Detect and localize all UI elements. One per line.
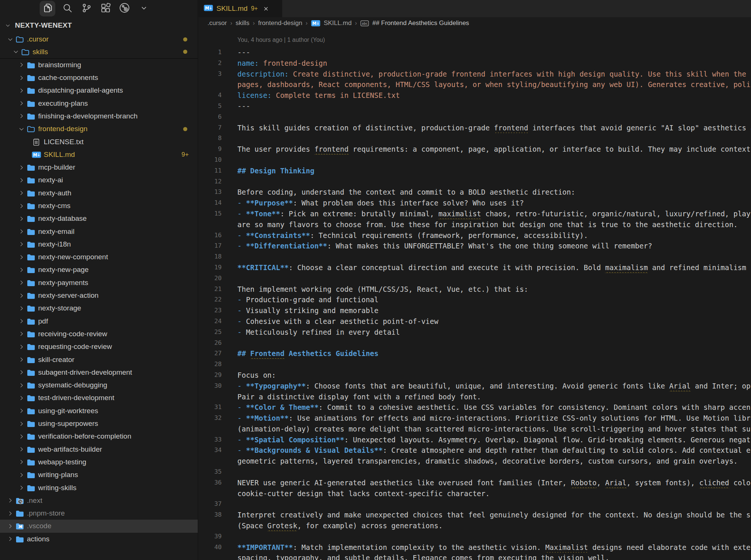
- chevron-right-sm-icon[interactable]: [16, 99, 26, 108]
- tree-item-mcp-builder[interactable]: mcp-builder: [0, 161, 198, 174]
- chevron-right-sm-icon[interactable]: [16, 291, 26, 300]
- chevron-right-sm-icon[interactable]: [16, 253, 26, 262]
- tree-item--next[interactable]: N.next: [0, 494, 198, 507]
- tree-item-requesting-code-review[interactable]: requesting-code-review: [0, 340, 198, 353]
- chevron-right-sm-icon[interactable]: [16, 483, 26, 492]
- code-viewport[interactable]: 1---2name: frontend-design3description: …: [198, 47, 751, 560]
- activity-chevron-down-button[interactable]: [136, 1, 152, 16]
- tree-item-skill-creator[interactable]: skill-creator: [0, 353, 198, 366]
- tree-item-label: subagent-driven-development: [38, 368, 132, 377]
- tree-item-writing-skills[interactable]: writing-skills: [0, 481, 198, 494]
- tree-item-nexty-email[interactable]: nexty-email: [0, 225, 198, 238]
- activity-source-control-button[interactable]: [79, 1, 94, 16]
- tree-item-nexty-i18n[interactable]: nexty-i18n: [0, 238, 198, 251]
- chevron-right-sm-icon[interactable]: [16, 393, 26, 402]
- tree-item-frontend-design[interactable]: frontend-design: [0, 123, 198, 135]
- tree-item-nexty-payments[interactable]: nexty-payments: [0, 276, 198, 289]
- line-number: 6: [198, 112, 222, 123]
- chevron-down-sm-icon[interactable]: [11, 47, 21, 56]
- activity-search-button[interactable]: [59, 1, 75, 16]
- tab-bar[interactable]: M↓ SKILL.md 9+: [198, 0, 751, 17]
- chevron-right-sm-icon[interactable]: [16, 445, 26, 454]
- tree-item-skills[interactable]: skills: [0, 46, 198, 58]
- tree-item-nexty-auth[interactable]: nexty-auth: [0, 187, 198, 199]
- tree-item-verification-before-completion[interactable]: verification-before-completion: [0, 430, 198, 443]
- tree-item-pdf[interactable]: pdf: [0, 315, 198, 328]
- chevron-right-sm-icon[interactable]: [16, 214, 26, 223]
- explorer-header[interactable]: NEXTY-WENEXT: [0, 19, 198, 32]
- tree-item-finishing-a-development-branch[interactable]: finishing-a-development-branch: [0, 110, 198, 123]
- tree-item-brainstorming[interactable]: brainstorming: [0, 59, 198, 71]
- chevron-right-sm-icon[interactable]: [16, 227, 26, 236]
- chevron-right-sm-icon[interactable]: [16, 419, 26, 428]
- activity-remote-agent-button[interactable]: [117, 1, 132, 16]
- chevron-right-sm-icon[interactable]: [16, 240, 26, 249]
- tab-skill-md[interactable]: M↓ SKILL.md 9+: [198, 0, 282, 17]
- tree-item--vscode[interactable]: .vscode: [0, 520, 198, 532]
- chevron-right-sm-icon[interactable]: [16, 61, 26, 69]
- chevron-right-sm-icon[interactable]: [16, 368, 26, 377]
- tree-item-test-driven-development[interactable]: test-driven-development: [0, 392, 198, 404]
- tree-item--pnpm-store[interactable]: .pnpm-store: [0, 507, 198, 520]
- tree-item-nexty-new-component[interactable]: nexty-new-component: [0, 251, 198, 263]
- chevron-right-sm-icon[interactable]: [16, 278, 26, 287]
- code-text: license: Complete terms in LICENSE.txt: [237, 90, 751, 101]
- tree-item-nexty-cms[interactable]: nexty-cms: [0, 199, 198, 212]
- chevron-right-sm-icon[interactable]: [16, 355, 26, 364]
- tree-item-systematic-debugging[interactable]: systematic-debugging: [0, 379, 198, 392]
- breadcrumb-segment[interactable]: SKILL.md: [324, 19, 352, 27]
- chevron-right-sm-icon[interactable]: [5, 496, 15, 505]
- close-icon[interactable]: [263, 6, 269, 12]
- breadcrumb-segment[interactable]: .cursor: [207, 19, 227, 27]
- chevron-right-sm-icon[interactable]: [16, 73, 26, 82]
- tree-item-webapp-testing[interactable]: webapp-testing: [0, 456, 198, 468]
- activity-extensions-button[interactable]: [98, 1, 113, 16]
- chevron-right-sm-icon[interactable]: [16, 317, 26, 326]
- tree-item-receiving-code-review[interactable]: receiving-code-review: [0, 328, 198, 340]
- tree-item-subagent-driven-development[interactable]: subagent-driven-development: [0, 366, 198, 379]
- chevron-right-sm-icon[interactable]: [5, 522, 15, 530]
- tree-item-using-superpowers[interactable]: using-superpowers: [0, 417, 198, 430]
- chevron-right-sm-icon[interactable]: [16, 86, 26, 95]
- tree-item-license-txt[interactable]: LICENSE.txt: [0, 135, 198, 148]
- tree-item-writing-plans[interactable]: writing-plans: [0, 468, 198, 481]
- tree-item-skill-md[interactable]: M↓SKILL.md9+: [0, 148, 198, 161]
- chevron-right-sm-icon[interactable]: [16, 112, 26, 121]
- chevron-right-sm-icon[interactable]: [16, 163, 26, 172]
- chevron-right-sm-icon[interactable]: [16, 201, 26, 210]
- breadcrumb-segment[interactable]: skills: [236, 19, 249, 27]
- tree-item-using-git-worktrees[interactable]: using-git-worktrees: [0, 405, 198, 417]
- tree-item-nexty-storage[interactable]: nexty-storage: [0, 302, 198, 315]
- folder-icon: [26, 253, 38, 262]
- chevron-right-sm-icon[interactable]: [16, 381, 26, 390]
- tree-item-actions[interactable]: actions: [0, 533, 198, 545]
- tree-item-nexty-database[interactable]: nexty-database: [0, 212, 198, 225]
- chevron-right-sm-icon[interactable]: [16, 470, 26, 479]
- breadcrumb-segment[interactable]: ## Frontend Aesthetics Guidelines: [372, 19, 469, 27]
- breadcrumb-segment[interactable]: frontend-design: [258, 19, 302, 27]
- tree-item-web-artifacts-builder[interactable]: web-artifacts-builder: [0, 443, 198, 456]
- chevron-right-sm-icon[interactable]: [16, 329, 26, 338]
- tree-item-executing-plans[interactable]: executing-plans: [0, 97, 198, 109]
- chevron-right-sm-icon[interactable]: [16, 265, 26, 274]
- tree-item-nexty-new-page[interactable]: nexty-new-page: [0, 263, 198, 276]
- chevron-right-sm-icon[interactable]: [16, 304, 26, 313]
- tree-item-label: nexty-cms: [38, 202, 71, 210]
- chevron-right-sm-icon[interactable]: [5, 509, 15, 518]
- tree-item-cache-components[interactable]: cache-components: [0, 71, 198, 84]
- tree-item-nexty-server-action[interactable]: nexty-server-action: [0, 289, 198, 302]
- chevron-right-sm-icon[interactable]: [5, 535, 15, 544]
- tree-item-label: nexty-payments: [38, 279, 88, 287]
- tree-item--cursor[interactable]: .cursor: [0, 33, 198, 46]
- chevron-right-sm-icon[interactable]: [16, 176, 26, 185]
- chevron-right-sm-icon[interactable]: [16, 189, 26, 198]
- chevron-right-sm-icon[interactable]: [16, 432, 26, 441]
- chevron-right-sm-icon[interactable]: [16, 342, 26, 351]
- tree-item-dispatching-parallel-agents[interactable]: dispatching-parallel-agents: [0, 84, 198, 97]
- chevron-right-sm-icon[interactable]: [16, 458, 26, 467]
- activity-explorer-button[interactable]: [40, 1, 55, 16]
- chevron-down-sm-icon[interactable]: [16, 124, 26, 133]
- tree-item-nexty-ai[interactable]: nexty-ai: [0, 174, 198, 186]
- chevron-down-sm-icon[interactable]: [5, 35, 15, 44]
- chevron-right-sm-icon[interactable]: [16, 406, 26, 415]
